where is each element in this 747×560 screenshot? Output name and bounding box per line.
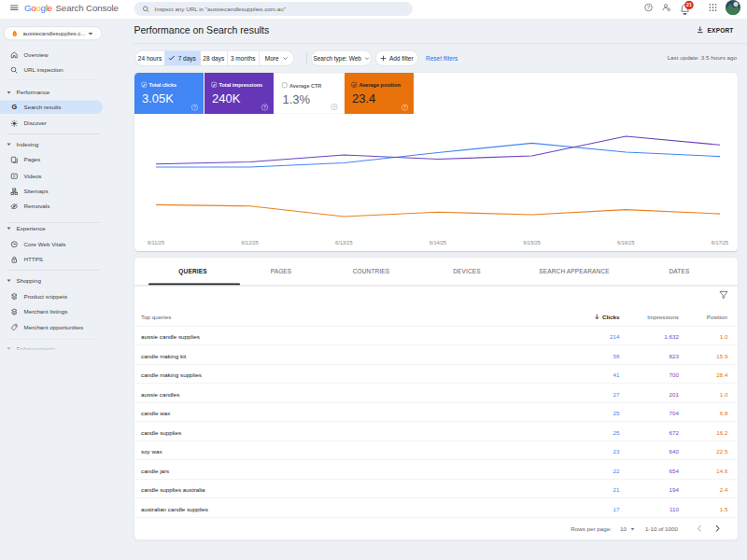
svg-text:G: G xyxy=(11,104,17,112)
svg-text:6/12/25: 6/12/25 xyxy=(242,240,259,245)
svg-text:21: 21 xyxy=(686,2,692,7)
svg-text:6/13/25: 6/13/25 xyxy=(335,240,352,245)
svg-text:6/17/25: 6/17/25 xyxy=(712,240,728,245)
svg-text:6/15/25: 6/15/25 xyxy=(524,240,541,245)
svg-text:6/16/25: 6/16/25 xyxy=(617,240,634,245)
svg-text:?: ? xyxy=(647,5,650,10)
svg-text:6/11/25: 6/11/25 xyxy=(148,240,164,245)
svg-text:6/14/25: 6/14/25 xyxy=(430,240,446,245)
